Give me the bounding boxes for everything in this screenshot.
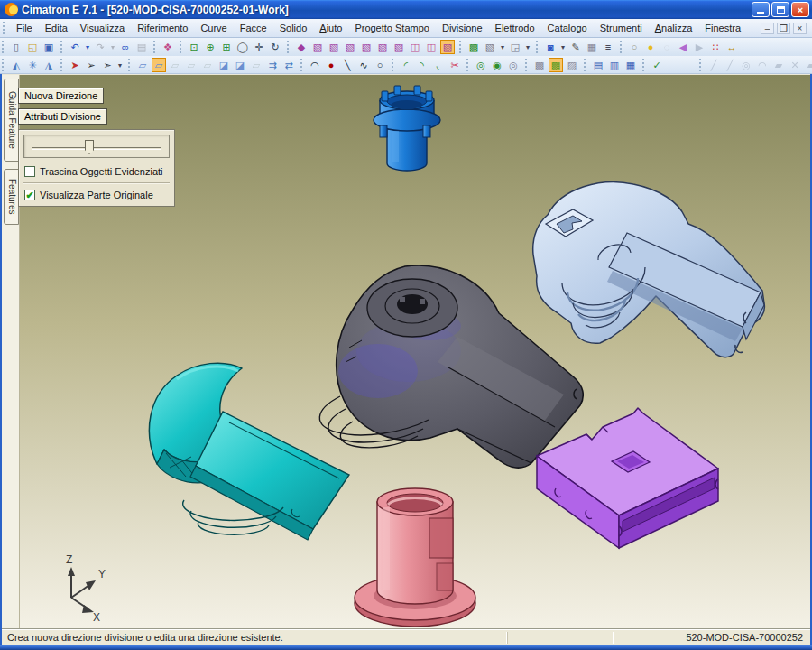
pen-icon[interactable]: ✎: [568, 40, 583, 54]
transparency-slider[interactable]: [23, 135, 170, 158]
title-bar[interactable]: Cimatron E 7.1 - [520-MOD-CISA-70000252-…: [0, 0, 812, 19]
toolbar-grip[interactable]: [584, 59, 587, 71]
parameter-table-icon[interactable]: ▦: [623, 58, 638, 72]
menu-visualizza[interactable]: Visualizza: [74, 21, 131, 35]
undo-icon[interactable]: ↶: [68, 40, 82, 54]
solid-tool-icon[interactable]: ▨: [565, 58, 579, 72]
zoom-window-icon[interactable]: ⊞: [219, 40, 234, 54]
menu-facce[interactable]: Facce: [234, 21, 273, 35]
pick-menu-arrow-icon[interactable]: ▾: [116, 58, 124, 72]
approve-sketch-icon[interactable]: ✓: [650, 58, 664, 72]
open-sketch-icon[interactable]: ◠: [308, 58, 322, 72]
feature-copy-icon[interactable]: ◮: [42, 58, 56, 72]
slider-track[interactable]: [32, 147, 161, 150]
link-document-icon[interactable]: ∞: [118, 40, 133, 54]
zoom-icon[interactable]: ◯: [235, 40, 250, 54]
fill-color-menu-arrow-icon[interactable]: ▾: [559, 40, 567, 54]
toolbar-grip[interactable]: [642, 59, 646, 71]
face-transform-icon[interactable]: ⇉: [265, 58, 280, 72]
menu-curve[interactable]: Curve: [194, 21, 233, 35]
new-file-icon[interactable]: ▯: [9, 40, 23, 54]
mdi-close-button[interactable]: ×: [793, 23, 807, 34]
feature-flower-icon[interactable]: ✳: [25, 58, 40, 72]
menu-riferimento[interactable]: Riferimento: [131, 21, 194, 35]
swap-points-icon[interactable]: ∷: [708, 40, 723, 54]
new-direction-button[interactable]: Nuova Direzione: [18, 88, 104, 104]
zoom-all-icon[interactable]: ⊡: [187, 40, 201, 54]
menu-finestra[interactable]: Finestra: [698, 21, 747, 35]
toolbar-grip[interactable]: [60, 59, 64, 71]
toolbar-grip[interactable]: [128, 59, 132, 71]
hide-table-icon[interactable]: ▥: [607, 58, 622, 72]
menu-file[interactable]: File: [10, 21, 39, 35]
render-settings-icon[interactable]: ❖: [161, 40, 175, 54]
menu-elettrodo[interactable]: Elettrodo: [489, 21, 541, 35]
menu-analizza[interactable]: Analizza: [649, 21, 699, 35]
face-offset-icon[interactable]: ▱: [152, 58, 166, 72]
toolbar-grip[interactable]: [300, 59, 304, 71]
entity-color-icon[interactable]: ◫: [408, 40, 422, 54]
menu-catalogo[interactable]: Catalogo: [541, 21, 594, 35]
extend-curve-icon[interactable]: ◟: [431, 58, 446, 72]
circle-icon[interactable]: ○: [373, 58, 387, 72]
minimize-button[interactable]: [752, 2, 770, 17]
toolbar-grip[interactable]: [287, 41, 291, 53]
fill-color-icon[interactable]: ◙: [543, 40, 558, 54]
pan-icon[interactable]: ✛: [252, 40, 266, 54]
bulb-on-icon[interactable]: ●: [643, 40, 658, 54]
rotate-view-icon[interactable]: ↻: [268, 40, 282, 54]
slider-thumb[interactable]: [85, 140, 94, 154]
save-icon[interactable]: ▣: [42, 40, 56, 54]
shaded-solid-icon[interactable]: ◆: [294, 40, 309, 54]
show-original-checkbox[interactable]: ✔: [24, 190, 35, 200]
solid-block-icon[interactable]: ▩: [532, 58, 547, 72]
part-core-insert[interactable]: [355, 488, 475, 627]
hidden-line-mode-icon[interactable]: ▧: [327, 40, 341, 54]
zoom-in-out-icon[interactable]: ⊕: [203, 40, 217, 54]
part-cavity-half[interactable]: [533, 182, 765, 358]
toolbar-grip[interactable]: [153, 41, 157, 53]
toolbar-grip[interactable]: [699, 59, 703, 71]
toolbar-grip[interactable]: [525, 59, 529, 71]
corner-fillet-icon[interactable]: ◝: [415, 58, 429, 72]
unselect-entity-icon[interactable]: ➢: [84, 58, 98, 72]
feature-pointer-icon[interactable]: ◭: [9, 58, 23, 72]
select-entity-icon[interactable]: ➤: [68, 58, 82, 72]
menu-strumenti[interactable]: Strumenti: [594, 21, 649, 35]
part-slide-block[interactable]: [537, 408, 718, 548]
undo-menu-arrow-icon[interactable]: ▾: [84, 40, 91, 54]
face-copy-icon[interactable]: ▱: [135, 58, 150, 72]
tab-features[interactable]: Features: [4, 169, 19, 225]
restore-button[interactable]: [771, 2, 789, 17]
wireframe-mode-icon[interactable]: ▧: [310, 40, 325, 54]
split-attributes-button[interactable]: Attributi Divisione: [18, 108, 107, 125]
toolbar-grip[interactable]: [392, 59, 395, 71]
point-icon[interactable]: ●: [324, 58, 338, 72]
line-icon[interactable]: ╲: [340, 58, 355, 72]
show-original-row[interactable]: ✔ Visualizza Parte Originale: [23, 188, 170, 202]
toolbar-grip[interactable]: [536, 41, 540, 53]
zoom-cube-icon[interactable]: ◲: [508, 40, 522, 54]
section-mode-icon[interactable]: ▧: [375, 40, 390, 54]
close-button[interactable]: ×: [791, 2, 809, 17]
view-cube-menu-arrow-icon[interactable]: ▾: [499, 40, 506, 54]
toolbar-grip[interactable]: [620, 41, 623, 53]
drag-highlighted-row[interactable]: Trascina Oggetti Evidenziati: [23, 164, 170, 179]
hatch-icon[interactable]: ▦: [585, 40, 599, 54]
open-folder-icon[interactable]: ◱: [25, 40, 40, 54]
layer-display-icon[interactable]: ◫: [424, 40, 438, 54]
bulb-off-icon[interactable]: ○: [627, 40, 641, 54]
process-table-icon[interactable]: ▤: [591, 58, 605, 72]
active-solid-tool-icon[interactable]: ▩: [549, 58, 563, 72]
part-core-half[interactable]: [149, 363, 349, 540]
line-weight-icon[interactable]: ≡: [601, 40, 615, 54]
prev-direction-icon[interactable]: ◀: [676, 40, 690, 54]
measure-ruler-icon[interactable]: ↔: [724, 40, 739, 54]
toolbar-grip[interactable]: [60, 41, 64, 53]
ellipse-entity-icon[interactable]: ◉: [490, 58, 504, 72]
part-guide-bushing[interactable]: [374, 86, 440, 171]
solid-view-cube-icon[interactable]: ▩: [466, 40, 481, 54]
transparent-mode-icon[interactable]: ▧: [359, 40, 374, 54]
clip-mode-icon[interactable]: ▧: [392, 40, 406, 54]
drag-pointer-icon[interactable]: ➣: [100, 58, 115, 72]
